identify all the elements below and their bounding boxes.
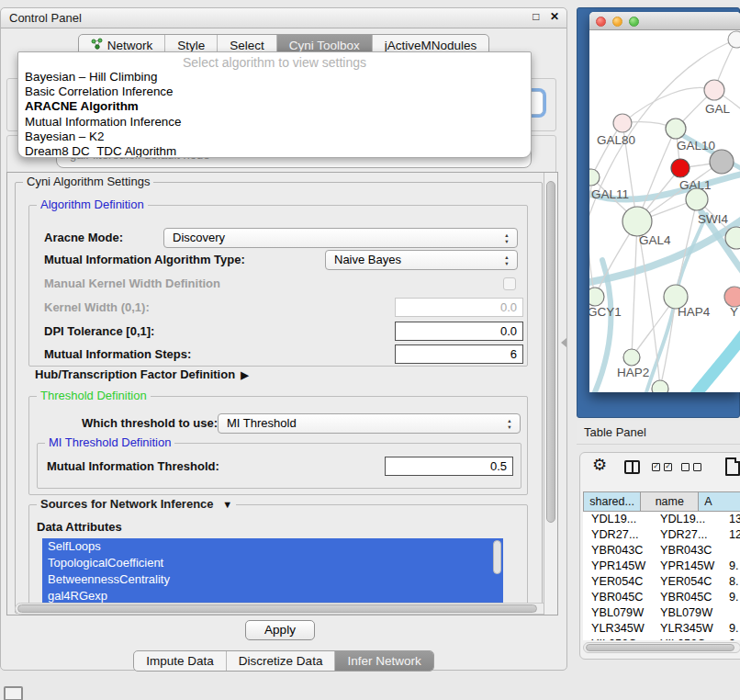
table-row[interactable]: YLR345WYLR345W9.	[583, 621, 740, 637]
document-icon[interactable]	[725, 457, 740, 476]
table-cell[interactable]: YER054C	[583, 574, 655, 590]
dropdown-option-bayesian-hill-climbing[interactable]: Bayesian – Hill Climbing	[18, 70, 531, 85]
tab-impute-data[interactable]: Impute Data	[134, 651, 226, 671]
dpi-tolerance-field[interactable]: 0.0	[395, 322, 523, 341]
dropdown-option-aracne[interactable]: ARACNE Algorithm	[18, 99, 531, 114]
scrollbar-thumb[interactable]	[546, 181, 555, 523]
vertical-scrollbar[interactable]	[544, 173, 557, 615]
table-cell[interactable]: YBR043C	[583, 543, 655, 559]
table-cell[interactable]: 12	[726, 527, 740, 543]
dropdown-option-basic-correlation[interactable]: Basic Correlation Inference	[18, 85, 531, 99]
network-node-gal[interactable]	[704, 80, 724, 100]
scrollbar-thumb[interactable]	[586, 644, 734, 651]
close-light-icon[interactable]	[596, 17, 606, 27]
float-window-icon[interactable]: □	[533, 10, 539, 23]
network-node-gcy1[interactable]	[589, 288, 604, 306]
table-cell[interactable]: YDR27...	[583, 527, 655, 543]
table-cell[interactable]	[726, 543, 740, 559]
network-node-gal1[interactable]	[671, 159, 690, 177]
list-item[interactable]: BetweennessCentrality	[42, 571, 503, 588]
table-row[interactable]: YDL19...YDL19...13	[583, 512, 740, 527]
dropdown-option-bayesian-k2[interactable]: Bayesian – K2	[18, 130, 531, 144]
select-all-icon[interactable]: ✓✓	[652, 463, 672, 471]
tab-infer-network[interactable]: Infer Network	[334, 651, 432, 671]
minimize-light-icon[interactable]	[612, 17, 622, 27]
which-threshold-combo[interactable]: MI Threshold ▴▾	[218, 413, 521, 434]
table-panel-title: Table Panel	[584, 425, 646, 439]
floating-panel-icon[interactable]	[4, 686, 23, 700]
zoom-light-icon[interactable]	[629, 17, 639, 27]
mi-threshold-field[interactable]: 0.5	[385, 457, 513, 476]
table-cell[interactable]: YBL079W	[655, 605, 726, 621]
table-cell[interactable]: YDL19...	[655, 512, 726, 527]
list-item[interactable]: SelfLoops	[42, 538, 503, 555]
table-cell[interactable]: YBR043C	[655, 543, 726, 559]
network-node-swi4[interactable]	[686, 188, 708, 210]
network-node-gal10[interactable]	[666, 119, 686, 139]
table-horizontal-scrollbar[interactable]	[583, 642, 740, 653]
table-cell[interactable]: YBR045C	[583, 590, 655, 605]
split-view-icon[interactable]	[624, 460, 640, 474]
table-cell[interactable]: 8.	[726, 574, 740, 590]
network-node[interactable]	[710, 150, 734, 174]
table-cell[interactable]: YLR345W	[655, 621, 726, 637]
list-scrollbar[interactable]	[492, 539, 502, 604]
table-row[interactable]: YPR145WYPR145W9.	[583, 559, 740, 574]
network-node[interactable]	[728, 31, 740, 48]
aracne-mode-combo[interactable]: Discovery ▴▾	[163, 228, 518, 248]
collapse-triangle-icon[interactable]: ▼	[222, 499, 232, 510]
table-cell[interactable]: 9.	[726, 590, 740, 605]
table-cell[interactable]: YIL052C	[583, 637, 655, 640]
table-cell[interactable]: YPR145W	[655, 559, 726, 574]
table-cell[interactable]: YBR045C	[655, 590, 726, 605]
table-cell[interactable]: YER054C	[655, 574, 726, 590]
table-cell[interactable]	[726, 605, 740, 621]
scrollbar-thumb[interactable]	[17, 604, 537, 613]
column-header-name[interactable]: name	[641, 491, 699, 512]
table-row[interactable]: YIL052CYIL052C9.	[583, 637, 740, 640]
horizontal-scrollbar[interactable]	[15, 603, 550, 615]
network-canvas[interactable]: GALGAL80GAL10GAL1GAL11SWI4GAL4GCY1HAP4YH…	[589, 30, 740, 392]
table-row[interactable]: YBR043CYBR043C	[583, 543, 740, 559]
network-window[interactable]: GALGAL80GAL10GAL1GAL11SWI4GAL4GCY1HAP4YH…	[589, 12, 740, 392]
apply-button[interactable]: Apply	[245, 620, 315, 640]
table-cell[interactable]: YDL19...	[583, 512, 655, 527]
close-icon[interactable]: ✕	[550, 10, 559, 23]
column-header-partial[interactable]: A	[699, 491, 740, 512]
network-window-titlebar[interactable]	[589, 12, 740, 30]
deselect-all-icon[interactable]	[681, 463, 701, 471]
network-node-gal80[interactable]	[613, 114, 632, 132]
control-panel-titlebar[interactable]: Control Panel □ ✕	[1, 8, 566, 28]
kernel-width-field[interactable]: 0.0	[395, 298, 523, 317]
data-attributes-list[interactable]: SelfLoops TopologicalCoefficient Between…	[42, 538, 503, 606]
table-cell[interactable]: YBL079W	[583, 605, 655, 621]
network-node-gal11[interactable]	[589, 169, 600, 186]
table-cell[interactable]: 9.	[726, 559, 740, 574]
manual-kernel-checkbox[interactable]	[503, 277, 516, 290]
table-row[interactable]: YBR045CYBR045C9.	[583, 590, 740, 605]
table-cell[interactable]: YPR145W	[583, 559, 655, 574]
dropdown-option-dream8[interactable]: Dream8 DC_TDC Algorithm	[18, 144, 531, 158]
splitter-collapse-icon[interactable]	[561, 338, 566, 347]
table-cell[interactable]: YLR345W	[583, 621, 655, 637]
table-cell[interactable]: 9.	[726, 637, 740, 640]
column-header-shared-name[interactable]: shared...	[583, 491, 641, 512]
table-cell[interactable]: YIL052C	[655, 637, 726, 640]
list-item[interactable]: TopologicalCoefficient	[42, 555, 503, 571]
gear-icon[interactable]: ⚙	[592, 455, 607, 475]
network-node-hap2[interactable]	[623, 349, 640, 366]
table-row[interactable]: YDR27...YDR27...12	[583, 527, 740, 543]
table-cell[interactable]: 9.	[726, 621, 740, 637]
dropdown-option-mutual-information[interactable]: Mutual Information Inference	[18, 115, 531, 130]
network-node-gal4[interactable]	[622, 207, 652, 236]
hub-definition-expander[interactable]: Hub/Transcription Factor Definition▶	[35, 367, 249, 386]
network-node[interactable]	[652, 380, 668, 392]
tab-discretize-data[interactable]: Discretize Data	[226, 651, 335, 671]
table-cell[interactable]: YDR27...	[655, 527, 726, 543]
table-cell[interactable]: 13	[726, 512, 740, 527]
table-row[interactable]: YER054CYER054C8.	[583, 574, 740, 590]
table-row[interactable]: YBL079WYBL079W	[583, 605, 740, 621]
network-node-y[interactable]	[724, 287, 740, 307]
mi-algorithm-type-combo[interactable]: Naive Bayes ▴▾	[325, 250, 518, 270]
mi-steps-field[interactable]: 6	[395, 344, 523, 364]
